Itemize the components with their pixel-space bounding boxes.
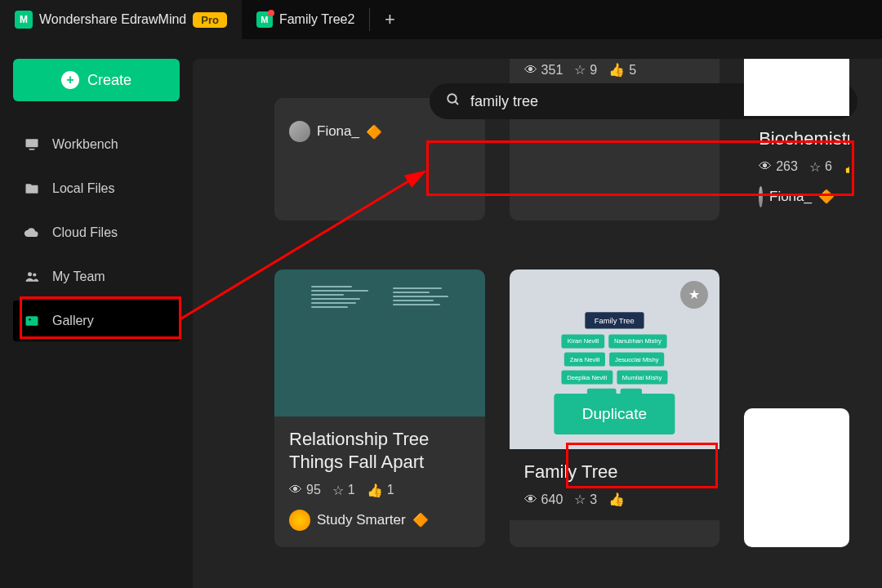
author-name: Fiona_ bbox=[769, 189, 812, 205]
favorite-button[interactable]: ★ bbox=[680, 281, 708, 309]
team-icon bbox=[23, 268, 41, 286]
author-name: Fiona_ bbox=[317, 123, 359, 140]
card-author: Study Smarter 🔶 bbox=[289, 510, 470, 531]
stars-stat: ☆9 bbox=[574, 62, 597, 78]
views-stat: 👁351 bbox=[524, 63, 564, 78]
eye-icon: 👁 bbox=[759, 159, 772, 174]
gem-icon: 🔶 bbox=[818, 189, 835, 204]
sidebar-item-label: Workbench bbox=[52, 137, 118, 152]
card-stats: 👁95 ☆1 👍1 bbox=[289, 483, 470, 498]
gem-icon: 🔶 bbox=[412, 512, 429, 528]
template-card-family-tree[interactable]: ★ Family Tree Kiran NevillNanubhan Mistr… bbox=[510, 270, 720, 547]
sidebar-item-label: Local Files bbox=[52, 181, 114, 196]
file-icon: M bbox=[256, 11, 273, 28]
search-icon bbox=[446, 92, 461, 110]
tab-app[interactable]: M Wondershare EdrawMind Pro bbox=[0, 0, 242, 39]
avatar bbox=[289, 121, 310, 142]
eye-icon: 👁 bbox=[524, 63, 537, 78]
titlebar: M Wondershare EdrawMind Pro M Family Tre… bbox=[0, 0, 882, 39]
workbench-icon bbox=[23, 136, 41, 154]
cloud-icon bbox=[23, 224, 41, 242]
card-author: Fiona_ 🔶 bbox=[759, 186, 835, 207]
tab-file-label: Family Tree2 bbox=[279, 12, 354, 27]
template-grid: Fiona_ 🔶 👁351 ☆9 👍5 bbox=[193, 149, 882, 547]
svg-rect-4 bbox=[26, 316, 38, 326]
card-title: Relationship Tree Things Fall Apart bbox=[289, 428, 470, 474]
svg-point-5 bbox=[29, 318, 31, 321]
eye-icon: 👁 bbox=[289, 483, 302, 497]
card-thumbnail bbox=[744, 59, 849, 116]
star-icon: ☆ bbox=[574, 492, 586, 507]
svg-rect-0 bbox=[26, 139, 38, 147]
author-name: Study Smarter bbox=[317, 512, 406, 528]
template-card[interactable] bbox=[744, 408, 849, 547]
card-thumbnail: ★ Family Tree Kiran NevillNanubhan Mistr… bbox=[510, 270, 720, 449]
card-thumbnail bbox=[274, 270, 485, 416]
sidebar-item-label: Gallery bbox=[52, 314, 94, 328]
svg-point-3 bbox=[33, 273, 36, 276]
add-tab-button[interactable]: + bbox=[370, 9, 409, 30]
card-stats: 👁351 ☆9 👍5 bbox=[524, 62, 706, 78]
likes-stat: 👍5 bbox=[608, 62, 636, 78]
card-stats: 👁263 ☆6 👍 bbox=[759, 159, 835, 175]
sidebar: + Create Workbench Local Files Cloud Fil… bbox=[0, 39, 193, 588]
avatar bbox=[289, 510, 310, 531]
star-icon: ☆ bbox=[332, 483, 344, 498]
create-button[interactable]: + Create bbox=[13, 59, 180, 101]
card-title: Biochemistr bbox=[759, 127, 835, 151]
like-icon: 👍 bbox=[608, 492, 625, 507]
app-logo-icon: M bbox=[15, 11, 33, 29]
sidebar-item-gallery[interactable]: Gallery bbox=[13, 301, 180, 341]
sidebar-item-my-team[interactable]: My Team bbox=[13, 256, 180, 297]
svg-line-7 bbox=[455, 101, 458, 105]
card-thumbnail bbox=[744, 408, 849, 547]
folder-icon bbox=[23, 180, 41, 198]
sidebar-item-label: Cloud Files bbox=[52, 225, 118, 240]
gallery-icon bbox=[23, 312, 41, 330]
tree-root: Family Tree bbox=[585, 312, 644, 328]
card-title: Family Tree bbox=[524, 461, 706, 484]
create-label: Create bbox=[87, 72, 131, 89]
tree-diagram: Family Tree Kiran NevillNanubhan Mistry … bbox=[562, 312, 668, 407]
sidebar-item-workbench[interactable]: Workbench bbox=[13, 124, 180, 165]
svg-rect-1 bbox=[29, 149, 35, 150]
sidebar-item-cloud-files[interactable]: Cloud Files bbox=[13, 212, 180, 253]
like-icon: 👍 bbox=[844, 159, 849, 175]
template-card[interactable]: Biochemistr 👁263 ☆6 👍 Fiona_ 🔶 bbox=[744, 59, 849, 220]
tab-file[interactable]: M Family Tree2 bbox=[242, 0, 369, 39]
gem-icon: 🔶 bbox=[366, 124, 382, 140]
content-area: Fiona_ 🔶 👁351 ☆9 👍5 bbox=[193, 59, 882, 588]
star-icon: ☆ bbox=[809, 159, 821, 175]
avatar bbox=[759, 186, 763, 207]
main: + Create Workbench Local Files Cloud Fil… bbox=[0, 39, 882, 588]
card-author: Fiona_ 🔶 bbox=[289, 121, 470, 142]
eye-icon: 👁 bbox=[524, 492, 537, 507]
sidebar-item-label: My Team bbox=[52, 270, 105, 284]
card-stats: 👁640 ☆3 👍 bbox=[524, 492, 706, 507]
duplicate-button[interactable]: Duplicate bbox=[555, 394, 675, 434]
sidebar-item-local-files[interactable]: Local Files bbox=[13, 168, 180, 209]
like-icon: 👍 bbox=[367, 483, 383, 498]
template-card-relationship-tree[interactable]: Relationship Tree Things Fall Apart 👁95 … bbox=[274, 270, 485, 547]
svg-point-2 bbox=[28, 272, 32, 276]
app-name: Wondershare EdrawMind bbox=[39, 12, 186, 27]
star-icon: ☆ bbox=[574, 62, 586, 78]
like-icon: 👍 bbox=[608, 62, 625, 78]
plus-circle-icon: + bbox=[61, 71, 79, 89]
svg-point-6 bbox=[448, 94, 457, 103]
pro-badge: Pro bbox=[193, 12, 227, 28]
